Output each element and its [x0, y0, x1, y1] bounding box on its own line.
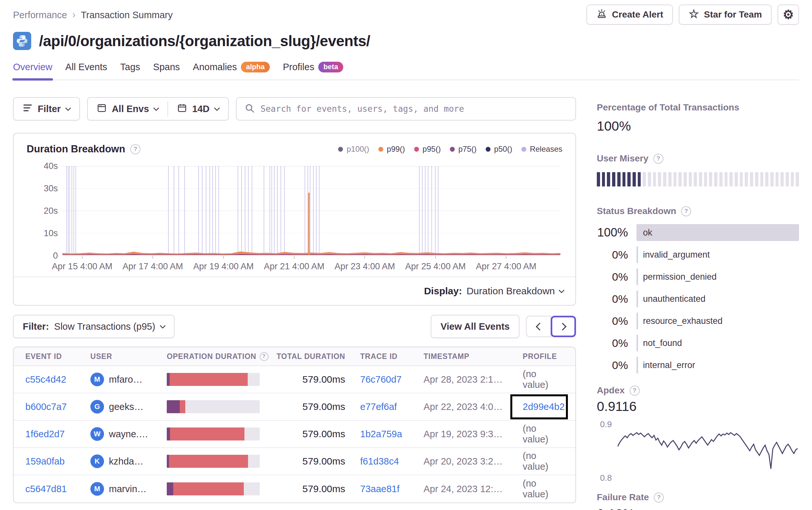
apdex-ytick-09: 0.9	[600, 419, 612, 429]
topbar: Performance › Transaction Summary Create…	[13, 0, 799, 25]
event-id-link[interactable]: b600c7a7	[25, 401, 90, 412]
column-header-timestamp[interactable]: TIMESTAMP	[424, 352, 523, 361]
search-input[interactable]	[261, 104, 568, 114]
column-header-event-id[interactable]: EVENT ID	[25, 352, 90, 361]
table-row: b600c7a7 Ggeeks… 579.00ms e77ef6af Apr 2…	[13, 393, 575, 421]
alpha-badge: alpha	[241, 62, 270, 72]
create-alert-button[interactable]: Create Alert	[586, 4, 673, 25]
event-id-link[interactable]: 1f6ed2d7	[25, 429, 90, 440]
column-header-total-duration[interactable]: TOTAL DURATION	[274, 352, 360, 361]
user-misery-bar[interactable]	[597, 172, 799, 186]
duration-plot[interactable]	[62, 166, 560, 256]
misery-segment	[704, 172, 707, 186]
column-header-trace-id[interactable]: TRACE ID	[360, 352, 424, 361]
tab-profiles[interactable]: Profiles beta	[283, 62, 343, 80]
legend-dot	[338, 147, 343, 152]
next-page-button[interactable]	[551, 316, 576, 337]
trace-id-link[interactable]: 76c760d7	[360, 374, 424, 385]
event-id-link[interactable]: 159a0fab	[25, 456, 90, 467]
date-range-selector[interactable]: 14D	[168, 98, 228, 120]
filter-lines-icon	[23, 103, 32, 114]
trace-id-link[interactable]: e77ef6af	[360, 401, 424, 412]
column-header-profile[interactable]: PROFILE	[523, 352, 564, 361]
table-header: EVENT ID USER OPERATION DURATION? TOTAL …	[13, 347, 575, 366]
apdex-chart: 0.9 0.8	[597, 419, 799, 484]
tab-anomalies[interactable]: Anomalies alpha	[193, 62, 270, 80]
view-all-events-button[interactable]: View All Events	[431, 315, 519, 338]
status-breakdown-heading: Status Breakdown ?	[597, 206, 799, 216]
help-icon[interactable]: ?	[681, 206, 691, 216]
duration-xtick: Apr 27 4:00 AM	[476, 262, 536, 272]
event-id-link[interactable]: c55c4d42	[25, 374, 90, 385]
operation-duration-bar	[167, 455, 260, 468]
column-header-operation-duration[interactable]: OPERATION DURATION?	[167, 352, 274, 361]
total-duration: 579.00ms	[274, 483, 360, 494]
misery-segment	[648, 172, 651, 186]
display-selector[interactable]: Duration Breakdown	[466, 286, 555, 297]
breadcrumb-current: Transaction Summary	[81, 10, 173, 21]
legend-dot	[414, 147, 419, 152]
status-row-permission-denied: 0% permission_denied	[597, 268, 799, 285]
table-row: 1f6ed2d7 Wwayne.… 579.00ms 1b2a759a Apr …	[13, 421, 575, 448]
misery-segment	[780, 172, 784, 186]
help-icon[interactable]: ?	[130, 144, 140, 154]
misery-segment	[719, 172, 723, 186]
help-icon[interactable]: ?	[630, 386, 640, 396]
avatar: K	[90, 454, 104, 468]
legend-dot	[378, 147, 383, 152]
tab-overview[interactable]: Overview	[13, 62, 52, 80]
user-cell: Mmarvin…	[90, 482, 167, 496]
window-icon	[97, 103, 107, 115]
breadcrumb-performance[interactable]: Performance	[13, 10, 67, 21]
tab-tags[interactable]: Tags	[120, 62, 140, 80]
breadcrumb: Performance › Transaction Summary	[13, 4, 173, 21]
percent-total-heading: Percentage of Total Transactions	[597, 102, 799, 113]
event-id-link[interactable]: c5647d81	[25, 484, 90, 494]
help-icon[interactable]: ?	[654, 154, 663, 164]
trace-id-link[interactable]: 1b2a759a	[360, 429, 424, 440]
user-cell: Mmfaro…	[90, 372, 167, 386]
legend-item-p99[interactable]: p99()	[378, 145, 405, 154]
help-icon[interactable]: ?	[260, 352, 268, 361]
settings-button[interactable]: ⚙	[778, 4, 799, 25]
environment-selector[interactable]: All Envs	[88, 98, 167, 120]
user-cell: Ggeeks…	[90, 400, 167, 414]
operation-duration-bar	[167, 400, 260, 413]
avatar: M	[90, 372, 104, 386]
legend-item-releases[interactable]: Releases	[521, 145, 562, 154]
trace-id-link[interactable]: 73aae81f	[360, 484, 424, 494]
events-toolbar: Filter: Slow Transactions (p95) View All…	[13, 315, 576, 338]
legend-item-p75[interactable]: p75()	[450, 145, 476, 154]
beta-badge: beta	[318, 62, 343, 72]
misery-segment	[663, 172, 666, 186]
legend-item-p50[interactable]: p50()	[486, 145, 512, 154]
legend-item-p95[interactable]: p95()	[414, 145, 441, 154]
apdex-heading: Apdex ?	[597, 385, 799, 396]
duration-ytick: 40s	[44, 161, 58, 171]
misery-segment	[709, 172, 712, 186]
operation-duration-bar	[167, 373, 260, 386]
star-for-team-button[interactable]: ☆ Star for Team	[679, 4, 772, 25]
gear-icon: ⚙	[783, 8, 794, 21]
previous-page-button[interactable]	[526, 316, 551, 337]
column-header-user[interactable]: USER	[90, 352, 167, 361]
total-duration: 579.00ms	[274, 428, 360, 440]
help-icon[interactable]: ?	[654, 492, 664, 503]
profile-cell: (no value)	[523, 478, 564, 500]
profile-link-highlighted[interactable]: 2d99e4b2	[523, 401, 564, 412]
user-misery-heading: User Misery ?	[597, 153, 799, 164]
legend-item-p100[interactable]: p100()	[338, 145, 369, 154]
status-row-not-found: 0% not_found	[597, 335, 799, 352]
filter-button[interactable]: Filter	[13, 97, 80, 121]
tab-bar: Overview All Events Tags Spans Anomalies…	[13, 62, 799, 80]
tab-all-events[interactable]: All Events	[65, 62, 107, 80]
trace-id-link[interactable]: f61d38c4	[360, 456, 424, 467]
misery-segment	[791, 172, 794, 186]
tab-spans[interactable]: Spans	[153, 62, 180, 80]
misery-segment	[786, 172, 789, 186]
chevron-down-icon	[558, 287, 564, 293]
pagination	[526, 316, 576, 337]
page-title: /api/0/organizations/{organization_slug}…	[39, 32, 370, 50]
failure-rate-heading: Failure Rate ?	[597, 492, 799, 503]
transactions-filter-button[interactable]: Filter: Slow Transactions (p95)	[13, 315, 175, 338]
